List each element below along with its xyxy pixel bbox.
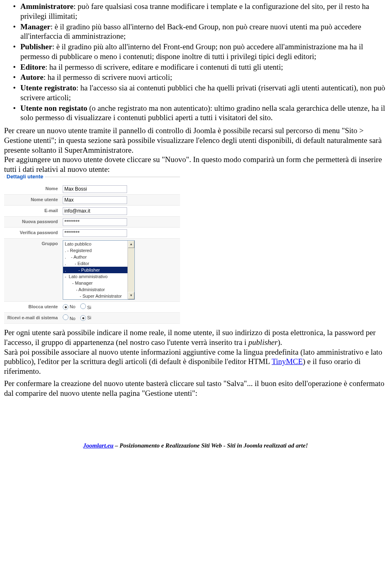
gruppo-option[interactable]: Lato pubblico — [63, 241, 127, 247]
intro-paragraph-2: Per aggiungere un nuovo utente dovete cl… — [4, 155, 387, 174]
blocca-radio-group: No Si — [63, 303, 180, 311]
radio-icon — [80, 315, 86, 321]
gruppo-option[interactable]: - Manager — [63, 280, 127, 286]
page-footer: Joomlart.eu – Posizionamento e Realizzaz… — [4, 442, 387, 450]
role-text: : ha il permesso di scrivere, editare e … — [45, 63, 283, 71]
input-verifica-password[interactable] — [63, 229, 127, 237]
input-nome-utente[interactable] — [63, 196, 127, 204]
role-text: : ha il permesso di scrivere nuovi artic… — [44, 73, 172, 81]
label-blocca-utente: Blocca utente — [4, 303, 61, 312]
radio-ricevi-si[interactable]: Si — [80, 315, 91, 321]
role-item: Utente registrato: ha l'accesso sia ai c… — [20, 83, 387, 103]
role-name: Utente non registato — [20, 104, 87, 112]
form-legend: Dettagli utente — [5, 173, 45, 180]
gruppo-option[interactable]: . - Publisher — [63, 267, 127, 273]
role-name: Autore — [20, 73, 44, 81]
roles-list: Amministratore: può fare qualsiasi cosa … — [4, 2, 387, 123]
label-email: E-mail — [4, 206, 61, 215]
gruppo-option[interactable]: . - Editor — [63, 260, 127, 267]
radio-blocca-no[interactable]: No — [63, 304, 75, 310]
gruppo-option[interactable]: - Administrator — [63, 286, 127, 293]
gruppo-option[interactable]: . - Author — [63, 254, 127, 260]
paragraph-after-form-1: Per ogni utente sarà possibile indicare … — [4, 328, 387, 347]
label-nome: Nome — [4, 184, 61, 193]
publisher-emphasis: publisher — [248, 338, 278, 347]
gruppo-option[interactable]: - Super Administrator — [63, 293, 127, 299]
role-text: : è il gradino più basso all'interno del… — [20, 22, 361, 41]
role-item: Amministratore: può fare qualsiasi cosa … — [20, 2, 387, 21]
footer-link[interactable]: Joomlart.eu — [83, 442, 114, 449]
input-email[interactable] — [63, 207, 127, 215]
role-item: Manager: è il gradino più basso all'inte… — [20, 22, 387, 42]
tinymce-link[interactable]: TinyMCE — [272, 357, 303, 366]
radio-ricevi-no[interactable]: No — [63, 314, 75, 322]
user-details-form: Dettagli utente Nome Nome utente E-mail … — [4, 177, 180, 324]
label-verifica-password: Verifica password — [4, 228, 61, 237]
input-nome[interactable] — [63, 185, 127, 193]
label-nome-utente: Nome utente — [4, 195, 61, 204]
label-ricevi-email: Ricevi e-mail di sistema — [4, 314, 61, 323]
intro-paragraph-1: Per creare un nuovo utente tramite il pa… — [4, 126, 387, 155]
radio-icon — [80, 303, 86, 309]
ricevi-radio-group: No Si — [63, 314, 180, 322]
scroll-up-icon[interactable]: ▲ — [128, 241, 134, 248]
label-gruppo: Gruppo — [4, 239, 61, 248]
role-item: Editore: ha il permesso di scrivere, edi… — [20, 62, 387, 72]
role-item: Publisher: è il gradino più alto all'int… — [20, 42, 387, 61]
role-item: Autore: ha il permesso di scrivere nuovi… — [20, 72, 387, 82]
scroll-down-icon[interactable]: ▼ — [128, 292, 134, 299]
role-name: Manager — [20, 22, 51, 31]
listbox-scrollbar[interactable]: ▲ ▼ — [127, 241, 134, 299]
role-item: Utente non registato (o anche registrato… — [20, 103, 387, 123]
role-name: Publisher — [20, 42, 52, 51]
radio-blocca-si[interactable]: Si — [80, 303, 91, 311]
paragraph-after-form-2: Sarà poi possibile associare al nuovo ut… — [4, 347, 387, 376]
gruppo-option[interactable]: . - Registered — [63, 247, 127, 254]
input-nuova-password[interactable] — [63, 218, 127, 226]
role-name: Utente registrato — [20, 83, 76, 92]
role-name: Editore — [20, 63, 45, 71]
paragraph-save: Per confermare la creazione del nuovo ut… — [4, 379, 387, 398]
footer-text: – Posizionamento e Realizzazione Siti We… — [114, 442, 308, 449]
role-name: Amministratore — [20, 2, 74, 11]
role-text: : è il gradino più alto all'interno del … — [20, 42, 363, 61]
gruppo-listbox[interactable]: Lato pubblico. - Registered. - Author. -… — [63, 240, 135, 300]
radio-icon — [63, 304, 68, 310]
radio-icon — [63, 314, 68, 320]
label-nuova-password: Nuova password — [4, 217, 61, 226]
gruppo-option[interactable]: - Lato amministrativo — [63, 273, 127, 280]
